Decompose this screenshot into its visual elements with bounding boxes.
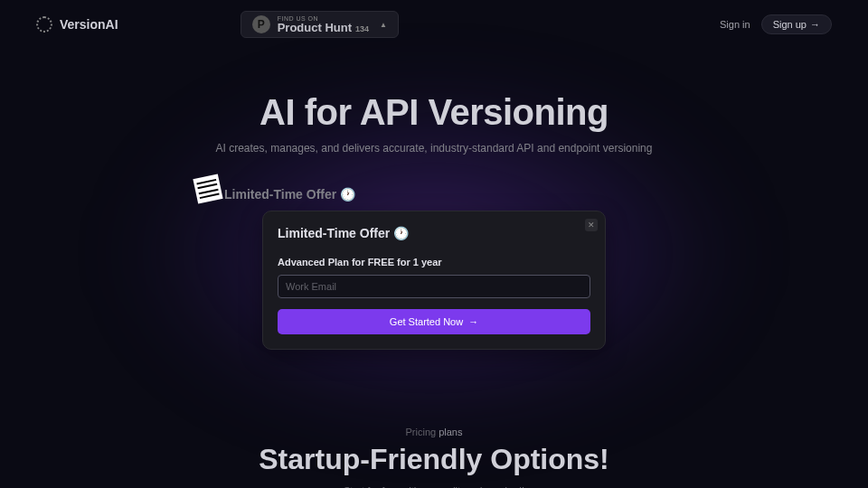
pricing-title: Startup-Friendly Options! [0,443,868,476]
offer-heading: Limited-Time Offer 🕐 [224,187,651,202]
signup-button[interactable]: Sign up→ [761,14,832,34]
offer-modal: ✕ Limited-Time Offer 🕐 Advanced Plan for… [262,211,606,350]
ph-name: Product Hunt134 [278,22,369,33]
signin-link[interactable]: Sign in [720,19,750,30]
arrow-right-icon: → [810,19,820,30]
pricing-section: Pricing plans Startup-Friendly Options! … [0,427,868,488]
brand-name: VersionAI [60,17,118,32]
header: VersionAI P FIND US ON Product Hunt134 ▲… [0,0,868,49]
hero-section: AI for API Versioning AI creates, manage… [0,92,868,155]
document-icon [193,174,222,203]
close-icon[interactable]: ✕ [585,219,598,231]
get-started-button[interactable]: Get Started Now→ [278,309,590,334]
modal-title: Limited-Time Offer 🕐 [278,226,590,240]
logo-icon [36,16,52,33]
arrow-right-icon: → [468,316,478,327]
email-input[interactable] [278,275,590,298]
hero-subtitle: AI creates, manages, and delivers accura… [0,142,868,155]
product-hunt-icon: P [252,15,270,33]
product-hunt-badge[interactable]: P FIND US ON Product Hunt134 ▲ [241,11,399,38]
pricing-eyebrow: Pricing plans [0,427,868,437]
chevron-up-icon: ▲ [380,21,387,29]
hero-title: AI for API Versioning [0,92,868,133]
brand-logo[interactable]: VersionAI [36,16,118,33]
modal-subtitle: Advanced Plan for FREE for 1 year [278,257,590,267]
